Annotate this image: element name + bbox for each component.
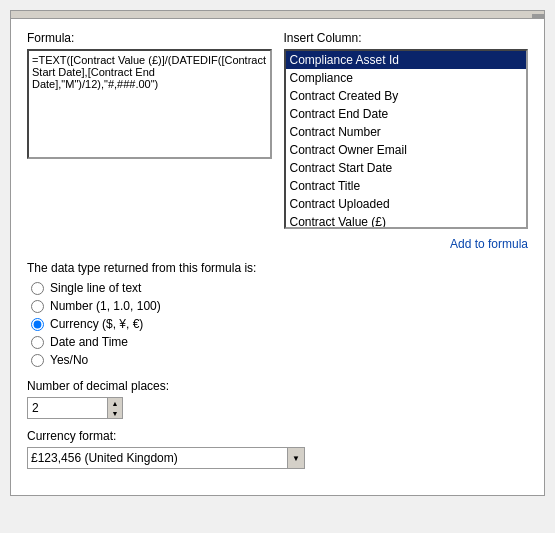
top-resize-bar [10, 10, 545, 18]
currency-section: Currency format: £123,456 (United Kingdo… [27, 429, 528, 469]
list-item[interactable]: Contract Created By [286, 87, 527, 105]
radio-number[interactable] [31, 300, 44, 313]
currency-label: Currency format: [27, 429, 528, 443]
column-listbox[interactable]: Compliance Asset IdComplianceContract Cr… [284, 49, 529, 229]
list-item[interactable]: Contract Start Date [286, 159, 527, 177]
main-container: Formula: =TEXT([Contract Value (£)]/(DAT… [10, 18, 545, 496]
radio-item-yesno: Yes/No [31, 353, 528, 367]
dropdown-arrow-icon[interactable]: ▼ [287, 447, 305, 469]
radio-datetime[interactable] [31, 336, 44, 349]
decimal-section: Number of decimal places: ▲ ▼ [27, 379, 528, 419]
decimal-label: Number of decimal places: [27, 379, 528, 393]
list-item[interactable]: Contract Value (£) [286, 213, 527, 229]
radio-text[interactable] [31, 282, 44, 295]
radio-label-yesno: Yes/No [50, 353, 88, 367]
list-item[interactable]: Contract Title [286, 177, 527, 195]
formula-row: Formula: =TEXT([Contract Value (£)]/(DAT… [27, 31, 528, 229]
decimal-row: ▲ ▼ [27, 397, 528, 419]
add-to-formula-link[interactable]: Add to formula [450, 237, 528, 251]
radio-label-text: Single line of text [50, 281, 141, 295]
add-to-formula-row: Add to formula [27, 237, 528, 251]
insert-column-label: Insert Column: [284, 31, 529, 45]
radio-currency[interactable] [31, 318, 44, 331]
data-type-label: The data type returned from this formula… [27, 261, 528, 275]
list-item[interactable]: Contract Number [286, 123, 527, 141]
radio-item-currency: Currency ($, ¥, €) [31, 317, 528, 331]
currency-row: £123,456 (United Kingdom)$123,456 (Unite… [27, 447, 528, 469]
spin-down-button[interactable]: ▼ [108, 408, 122, 418]
decimal-spinner: ▲ ▼ [107, 397, 123, 419]
currency-select[interactable]: £123,456 (United Kingdom)$123,456 (Unite… [27, 447, 287, 469]
radio-item-number: Number (1, 1.0, 100) [31, 299, 528, 313]
data-type-section: The data type returned from this formula… [27, 261, 528, 367]
list-item[interactable]: Contract Uploaded [286, 195, 527, 213]
formula-section: Formula: =TEXT([Contract Value (£)]/(DAT… [27, 31, 272, 229]
radio-item-datetime: Date and Time [31, 335, 528, 349]
radio-yesno[interactable] [31, 354, 44, 367]
radio-label-currency: Currency ($, ¥, €) [50, 317, 143, 331]
list-item[interactable]: Compliance [286, 69, 527, 87]
radio-label-datetime: Date and Time [50, 335, 128, 349]
insert-column-section: Insert Column: Compliance Asset IdCompli… [284, 31, 529, 229]
spin-up-button[interactable]: ▲ [108, 398, 122, 408]
list-item[interactable]: Contract Owner Email [286, 141, 527, 159]
formula-label: Formula: [27, 31, 272, 45]
radio-item-text: Single line of text [31, 281, 528, 295]
list-item[interactable]: Contract End Date [286, 105, 527, 123]
formula-textarea[interactable]: =TEXT([Contract Value (£)]/(DATEDIF([Con… [27, 49, 272, 159]
decimal-input[interactable] [27, 397, 107, 419]
radio-label-number: Number (1, 1.0, 100) [50, 299, 161, 313]
list-item[interactable]: Compliance Asset Id [286, 51, 527, 69]
radio-group: Single line of textNumber (1, 1.0, 100)C… [27, 281, 528, 367]
